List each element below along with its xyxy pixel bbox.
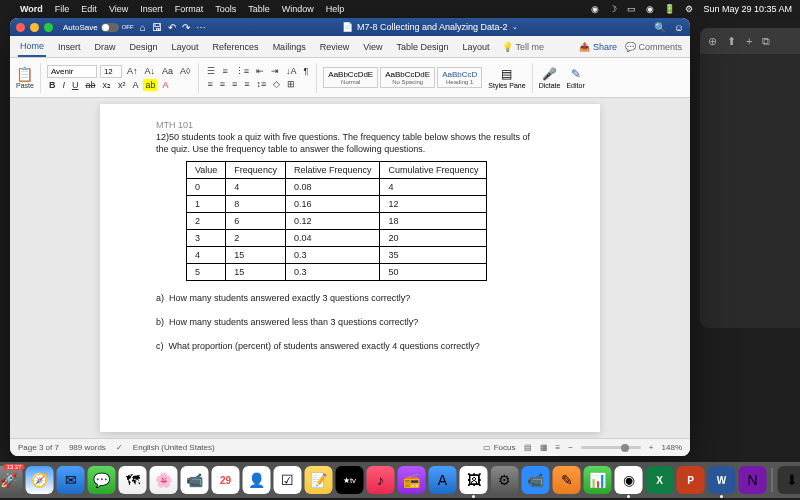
font-size-select[interactable]: [100, 65, 122, 78]
tab-draw[interactable]: Draw: [93, 38, 118, 56]
tab-mailings[interactable]: Mailings: [271, 38, 308, 56]
justify-icon[interactable]: ≡: [242, 78, 251, 90]
dock-notes[interactable]: 📝: [305, 466, 333, 494]
dictate-button[interactable]: 🎤 Dictate: [539, 67, 561, 89]
decrease-font-icon[interactable]: A↓: [142, 65, 157, 77]
editor-button[interactable]: ✎ Editor: [566, 67, 584, 89]
dock-word[interactable]: W: [708, 466, 736, 494]
dock-tv[interactable]: ★tv: [336, 466, 364, 494]
strike-button[interactable]: ab: [83, 79, 97, 91]
minimize-window-button[interactable]: [30, 23, 39, 32]
bullets-icon[interactable]: ☰: [205, 65, 217, 77]
word-count[interactable]: 989 words: [69, 443, 106, 452]
menubar-datetime[interactable]: Sun May 29 10:35 AM: [703, 4, 792, 14]
menu-format[interactable]: Format: [175, 4, 204, 14]
menu-help[interactable]: Help: [326, 4, 345, 14]
dock-preview[interactable]: 🖼: [460, 466, 488, 494]
battery-icon[interactable]: 🔋: [664, 4, 675, 14]
comments-button[interactable]: 💬 Comments: [625, 42, 682, 52]
shading-icon[interactable]: ◇: [271, 78, 282, 90]
dock-launchpad[interactable]: 🚀13.37: [0, 466, 23, 494]
tab-references[interactable]: References: [211, 38, 261, 56]
underline-button[interactable]: U: [70, 79, 81, 91]
numbering-icon[interactable]: ≡: [220, 65, 229, 77]
search-icon[interactable]: 🔍: [654, 22, 666, 33]
share-button[interactable]: 📤 Share: [579, 42, 617, 52]
superscript-button[interactable]: x²: [116, 79, 128, 91]
dock-safari[interactable]: 🧭: [26, 466, 54, 494]
view-outline-icon[interactable]: ≡: [556, 443, 561, 452]
change-case-icon[interactable]: Aa: [160, 65, 175, 77]
app-name[interactable]: Word: [20, 4, 43, 14]
screen-record-icon[interactable]: ◉: [591, 4, 599, 14]
dock-numbers[interactable]: 📊: [584, 466, 612, 494]
help-icon[interactable]: ☺: [674, 22, 684, 33]
save-icon[interactable]: 🖫: [152, 22, 162, 33]
maximize-window-button[interactable]: [44, 23, 53, 32]
zoom-slider[interactable]: [581, 446, 641, 449]
style-heading-1[interactable]: AaBbCcD Heading 1: [437, 67, 482, 88]
zoom-in-icon[interactable]: +: [649, 443, 654, 452]
sort-icon[interactable]: ↓A: [284, 65, 299, 77]
more-icon[interactable]: ⋯: [196, 22, 206, 33]
style-normal[interactable]: AaBbCcDdE Normal: [323, 67, 378, 88]
dock-powerpoint[interactable]: P: [677, 466, 705, 494]
increase-font-icon[interactable]: A↑: [125, 65, 140, 77]
redo-icon[interactable]: ↷: [182, 22, 190, 33]
tab-design[interactable]: Design: [128, 38, 160, 56]
view-web-icon[interactable]: ▦: [540, 443, 548, 452]
italic-button[interactable]: I: [60, 79, 67, 91]
font-color-button[interactable]: A: [160, 79, 170, 91]
paste-button[interactable]: 📋 Paste: [16, 66, 34, 89]
page-indicator[interactable]: Page 3 of 7: [18, 443, 59, 452]
language-indicator[interactable]: English (United States): [133, 443, 215, 452]
moon-icon[interactable]: ☽: [609, 4, 617, 14]
dock-mail[interactable]: ✉: [57, 466, 85, 494]
indent-right-icon[interactable]: ⇥: [269, 65, 281, 77]
dock-reminders[interactable]: ☑: [274, 466, 302, 494]
menu-insert[interactable]: Insert: [140, 4, 163, 14]
dock-facetime[interactable]: 📹: [181, 466, 209, 494]
document-area[interactable]: MTH 101 12)50 students took a quiz with …: [10, 98, 690, 438]
style-no-spacing[interactable]: AaBbCcDdE No Spacing: [380, 67, 435, 88]
dock-calendar[interactable]: 29: [212, 466, 240, 494]
menu-view[interactable]: View: [109, 4, 128, 14]
tab-home[interactable]: Home: [18, 37, 46, 57]
menu-table[interactable]: Table: [248, 4, 270, 14]
tab-review[interactable]: Review: [318, 38, 352, 56]
tab-layout[interactable]: Layout: [170, 38, 201, 56]
undo-icon[interactable]: ↶: [168, 22, 176, 33]
tab-table-design[interactable]: Table Design: [395, 38, 451, 56]
dock-maps[interactable]: 🗺: [119, 466, 147, 494]
align-center-icon[interactable]: ≡: [218, 78, 227, 90]
align-right-icon[interactable]: ≡: [230, 78, 239, 90]
dock-chrome[interactable]: ◉: [615, 466, 643, 494]
subscript-button[interactable]: x₂: [100, 79, 113, 91]
styles-pane-button[interactable]: ▤ Styles Pane: [488, 67, 525, 89]
control-center-icon[interactable]: ⚙: [685, 4, 693, 14]
multilevel-icon[interactable]: ⋮≡: [233, 65, 251, 77]
indent-left-icon[interactable]: ⇤: [254, 65, 266, 77]
dock-onenote[interactable]: N: [739, 466, 767, 494]
dock-excel[interactable]: X: [646, 466, 674, 494]
close-window-button[interactable]: [16, 23, 25, 32]
font-name-select[interactable]: [47, 65, 97, 78]
view-print-icon[interactable]: ▤: [524, 443, 532, 452]
tell-me[interactable]: 💡 Tell me: [502, 42, 545, 52]
bold-button[interactable]: B: [47, 79, 58, 91]
menu-edit[interactable]: Edit: [81, 4, 97, 14]
borders-icon[interactable]: ⊞: [285, 78, 297, 90]
zoom-percent[interactable]: 148%: [662, 443, 682, 452]
dock-zoom[interactable]: 📹: [522, 466, 550, 494]
tab-view[interactable]: View: [361, 38, 384, 56]
dock-contacts[interactable]: 👤: [243, 466, 271, 494]
spell-check-icon[interactable]: ✓: [116, 443, 123, 452]
zoom-out-icon[interactable]: −: [568, 443, 573, 452]
menu-file[interactable]: File: [55, 4, 70, 14]
autosave-toggle[interactable]: [101, 23, 119, 32]
tab-layout-2[interactable]: Layout: [461, 38, 492, 56]
highlight-button[interactable]: ab: [143, 79, 157, 91]
menu-window[interactable]: Window: [282, 4, 314, 14]
dock-podcasts[interactable]: 📻: [398, 466, 426, 494]
title-dropdown-icon[interactable]: ⌄: [512, 23, 518, 31]
